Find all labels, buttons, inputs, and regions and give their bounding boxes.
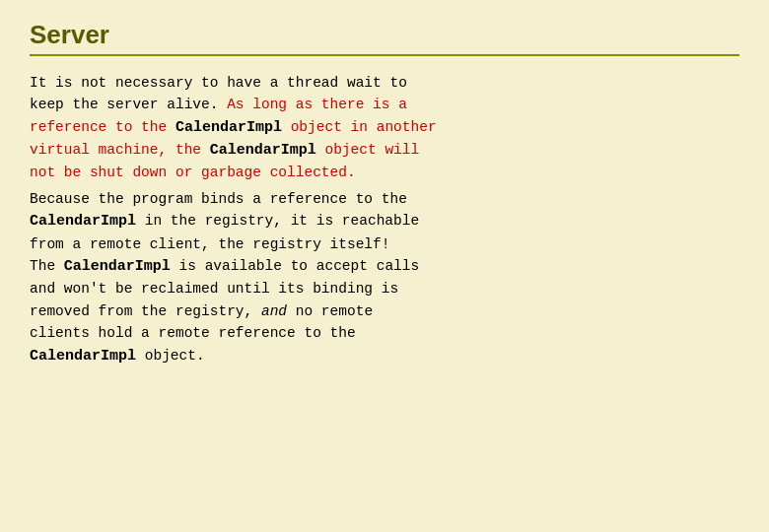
p2-line2-suffix: in the registry, it is reachable	[136, 213, 419, 229]
p2-line6-prefix: removed from the registry,	[30, 303, 252, 319]
p2-line6-suffix: no remote	[287, 303, 373, 319]
p2-calendarimpl-3: CalendarImpl	[30, 348, 136, 365]
paragraph-1: It is not necessary to have a thread wai…	[30, 72, 739, 184]
p1-line3-red: reference to the	[30, 119, 175, 135]
p2-line4-prefix: The	[30, 258, 64, 274]
p2-calendarimpl-1: CalendarImpl	[30, 213, 136, 230]
p1-line5: not be shut down or garbage collected.	[30, 165, 356, 180]
p1-line2-prefix: keep the server alive.	[30, 97, 218, 112]
p1-line2-red: As long as there is a	[218, 97, 406, 112]
page-container: Server It is not necessary to have a thr…	[0, 0, 769, 532]
main-content: It is not necessary to have a thread wai…	[30, 72, 739, 367]
p2-calendarimpl-2: CalendarImpl	[64, 258, 171, 275]
paragraph-2: Because the program binds a reference to…	[30, 188, 739, 367]
p1-calendarimpl-1: CalendarImpl	[175, 119, 282, 136]
page-title: Server	[30, 20, 739, 56]
p2-line1: Because the program binds a reference to…	[30, 191, 407, 207]
p2-line7: clients hold a remote reference to the	[30, 325, 356, 341]
p1-line4-suffix: object will	[316, 142, 419, 158]
p1-calendarimpl-2: CalendarImpl	[210, 142, 316, 159]
p1-line1: It is not necessary to have a thread wai…	[30, 75, 407, 91]
p2-line6-italic: and	[252, 303, 287, 319]
p2-line4-suffix: is available to accept calls	[171, 258, 419, 274]
p2-line8-suffix: object.	[136, 348, 205, 364]
p2-line3: from a remote client, the registry itsel…	[30, 236, 389, 252]
p2-line5: and won't be reclaimed until its binding…	[30, 281, 398, 297]
p1-line4-red: virtual machine, the	[30, 142, 210, 158]
p1-line3-suffix: object in another	[282, 119, 437, 135]
